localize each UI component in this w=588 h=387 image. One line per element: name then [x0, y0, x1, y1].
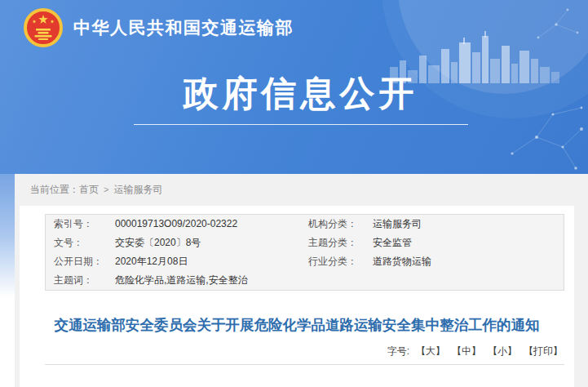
meta-label: 索引号：	[46, 215, 115, 234]
meta-label: 公开日期：	[46, 252, 115, 271]
bottom-divider	[45, 364, 564, 365]
article-panel: 索引号： 000019713O09/2020-02322 机构分类： 运输服务司…	[20, 206, 574, 387]
breadcrumb-label: 当前位置：	[30, 184, 79, 195]
meta-value: 交安委〔2020〕8号	[115, 234, 308, 252]
font-large-button[interactable]: 【大】	[416, 345, 445, 357]
meta-value: 道路货物运输	[373, 252, 564, 271]
font-medium-button[interactable]: 【中】	[452, 345, 481, 357]
breadcrumb-section-link[interactable]: 运输服务司	[113, 184, 162, 195]
meta-value: 000019713O09/2020-02322	[115, 215, 308, 234]
document-title: 交通运输部安全委员会关于开展危险化学品道路运输安全集中整治工作的通知	[52, 315, 542, 335]
site-header: 中华人民共和国交通运输部 政府信息公开	[0, 0, 588, 174]
font-small-button[interactable]: 【小】	[488, 345, 517, 357]
content-shell: 当前位置：首页>运输服务司 索引号： 000019713O09/2020-023…	[15, 174, 588, 387]
national-emblem-logo	[23, 7, 64, 48]
font-size-label: 字号:	[387, 345, 409, 357]
banner-underline	[134, 124, 468, 125]
font-size-toolbar: 字号:【大】【中】【小】【打印】	[20, 345, 574, 358]
meta-label: 文号：	[46, 234, 115, 252]
meta-value: 运输服务司	[373, 215, 564, 234]
meta-label: 行业分类：	[308, 252, 373, 271]
meta-value: 2020年12月08日	[115, 252, 308, 271]
page-background-strip	[0, 174, 15, 387]
meta-label: 主题词：	[46, 271, 115, 290]
meta-label: 机构分类：	[308, 215, 373, 234]
meta-value: 安全监管	[373, 234, 564, 252]
meta-label-empty	[308, 271, 373, 290]
page: 中华人民共和国交通运输部 政府信息公开 当前位置：首页>运输服务司 索引号： 0…	[0, 0, 588, 387]
breadcrumb-home-link[interactable]: 首页	[79, 184, 99, 195]
site-brand: 中华人民共和国交通运输部	[0, 0, 588, 48]
breadcrumb: 当前位置：首页>运输服务司	[15, 174, 588, 206]
print-button[interactable]: 【打印】	[524, 345, 563, 357]
ministry-name: 中华人民共和国交通运输部	[73, 16, 294, 39]
document-meta-table: 索引号： 000019713O09/2020-02322 机构分类： 运输服务司…	[45, 214, 564, 291]
meta-value-empty	[373, 271, 564, 290]
meta-value: 危险化学品,道路运输,安全整治	[115, 271, 308, 290]
breadcrumb-separator: >	[104, 185, 108, 194]
meta-label: 主题分类：	[308, 234, 373, 252]
banner-title: 政府信息公开	[7, 70, 588, 118]
